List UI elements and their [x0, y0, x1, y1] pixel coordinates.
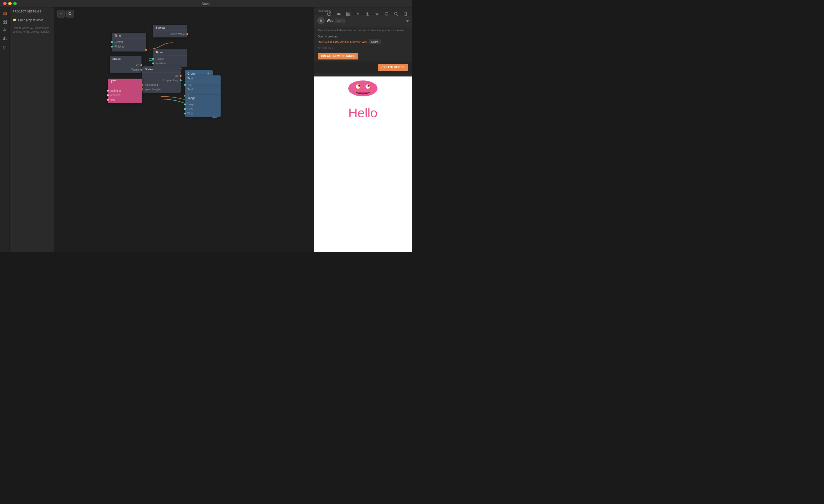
- canvas-toolbar: [57, 10, 74, 17]
- titlebar-buttons: [3, 2, 17, 5]
- sidebar-icon-nodes[interactable]: [1, 18, 8, 25]
- upload-button[interactable]: [364, 10, 371, 17]
- boolean-node[interactable]: Boolean Saved Value: [153, 25, 187, 37]
- device-url: http://192.168.100.104:8574?device=Web: [318, 40, 367, 43]
- icon-sidebar: [0, 7, 10, 252]
- device-edit-button[interactable]: EDIT: [335, 19, 345, 23]
- states1-header: States: [110, 56, 141, 62]
- image-node[interactable]: Image Height Click Width: [185, 95, 221, 117]
- states2-tospeech-port: To speeching: [142, 78, 181, 83]
- lightning-button[interactable]: [354, 10, 362, 17]
- copy-url-button[interactable]: COPY: [369, 39, 381, 44]
- create-device-row: CREATE DEVICE: [314, 62, 412, 73]
- svg-point-12: [376, 13, 378, 15]
- timer-node-2[interactable]: Timer Restart Finished: [153, 49, 187, 67]
- app-body: PROJECT SETTINGS 📁 Open project folder H…: [0, 7, 412, 252]
- preview-panel: Hello: [314, 77, 412, 252]
- timer1-restart-port: Restart: [112, 40, 146, 44]
- timer1-output-port: [112, 49, 146, 51]
- sidebar-icon-users[interactable]: [1, 35, 8, 42]
- preview-hello-text: Hello: [348, 106, 377, 120]
- canvas-area[interactable]: Timer Restart Finished: [55, 7, 412, 252]
- device-name: Web: [327, 19, 333, 22]
- create-device-button[interactable]: CREATE DEVICE: [378, 64, 408, 71]
- svg-rect-4: [5, 22, 7, 24]
- states2-stopped-port: To stopped: [142, 83, 181, 87]
- stt-header: STT Javascript: [108, 79, 142, 87]
- no-instances-label: No instances: [314, 46, 412, 52]
- svg-rect-1: [3, 20, 4, 21]
- window-title: Noodl: [202, 2, 210, 6]
- close-button[interactable]: [3, 2, 7, 5]
- states2-siz-port: siz: [142, 74, 181, 78]
- preview-face-svg: [347, 79, 379, 98]
- panel-title: PROJECT SETTINGS: [10, 7, 55, 16]
- svg-point-8: [69, 12, 71, 15]
- timer1-finished-port: Finished: [112, 44, 146, 49]
- device-collapse-chevron[interactable]: [406, 18, 409, 23]
- help-button[interactable]: [325, 10, 333, 17]
- boolean-savedvalue-port: Saved Value: [153, 32, 187, 36]
- device-url-row: http://192.168.100.104:8574?device=Web C…: [314, 39, 412, 46]
- open-project-folder[interactable]: 📁 Open project folder: [10, 16, 55, 24]
- svg-point-17: [395, 12, 397, 15]
- svg-point-6: [5, 37, 6, 38]
- timer-node-1[interactable]: Timer Restart Finished: [112, 33, 146, 52]
- text1-header: Text: [185, 75, 221, 82]
- stt-node[interactable]: STT Javascript mySignal received text: [108, 79, 142, 103]
- states-node-1[interactable]: States siz Toggle: [110, 56, 141, 73]
- grid-button[interactable]: [344, 10, 352, 17]
- svg-rect-11: [346, 12, 350, 16]
- open-folder-label: Open project folder: [18, 18, 43, 21]
- copy-view-button[interactable]: [402, 10, 409, 17]
- minimize-button[interactable]: [8, 2, 12, 5]
- network-button[interactable]: [373, 10, 381, 17]
- timer1-header: Timer: [112, 33, 146, 39]
- svg-point-10: [329, 15, 329, 15]
- refresh-button[interactable]: [383, 10, 390, 17]
- stt-mysignal-port: mySignal: [108, 88, 142, 93]
- svg-rect-2: [5, 20, 7, 21]
- search-button[interactable]: [392, 10, 400, 17]
- image-click-port: Click: [185, 107, 221, 111]
- svg-rect-19: [404, 12, 406, 15]
- folder-icon: 📁: [13, 18, 16, 21]
- timer2-header: Timer: [153, 49, 187, 56]
- sidebar-icon-copy[interactable]: [1, 43, 8, 51]
- maximize-button[interactable]: [13, 2, 17, 5]
- group-star-icon: ✦: [207, 72, 210, 76]
- titlebar: Noodl: [0, 0, 412, 7]
- timer2-restart-port: Restart: [153, 57, 187, 61]
- svg-point-20: [320, 19, 322, 21]
- sidebar-icon-settings[interactable]: [1, 10, 8, 17]
- states2-header: States: [142, 66, 181, 73]
- cloud-button[interactable]: [335, 10, 342, 17]
- device-open-row: Open in browser:: [314, 33, 412, 39]
- stt-received-port: received: [108, 93, 142, 97]
- stt-subtitle: Javascript: [110, 83, 140, 86]
- states2-speeching-port: speeching|siz: [142, 87, 181, 92]
- states1-siz-port: siz: [110, 63, 141, 68]
- open-in-browser-label: Open in browser:: [318, 35, 338, 38]
- sidebar-icon-gear[interactable]: [1, 26, 8, 34]
- boolean-header: Boolean: [153, 25, 187, 31]
- panel-description: Here is where you will find any settings…: [10, 24, 55, 36]
- svg-point-26: [358, 85, 360, 87]
- devices-panel: DEVICES Web EDIT: [314, 7, 412, 252]
- stt-text-port: text: [108, 97, 142, 102]
- states-node-2[interactable]: States siz To speeching To stopped: [142, 66, 181, 93]
- device-avatar: [317, 17, 325, 24]
- text2-header: Text: [185, 86, 221, 92]
- device-name-row: Web EDIT: [327, 19, 404, 23]
- timer2-finished-port: Finished: [153, 61, 187, 66]
- svg-point-27: [368, 85, 370, 87]
- image-width-port: Width: [185, 111, 221, 116]
- svg-point-5: [3, 37, 5, 39]
- top-toolbar: [325, 10, 409, 17]
- web-device-item: Web EDIT This is the default device that…: [314, 15, 412, 62]
- left-panel: PROJECT SETTINGS 📁 Open project folder H…: [10, 7, 55, 252]
- add-node-button[interactable]: [57, 10, 65, 17]
- search-canvas-button[interactable]: [66, 10, 74, 17]
- create-instance-button[interactable]: CREATE NEW INSTANCE: [318, 53, 358, 60]
- image-header: Image: [185, 95, 221, 101]
